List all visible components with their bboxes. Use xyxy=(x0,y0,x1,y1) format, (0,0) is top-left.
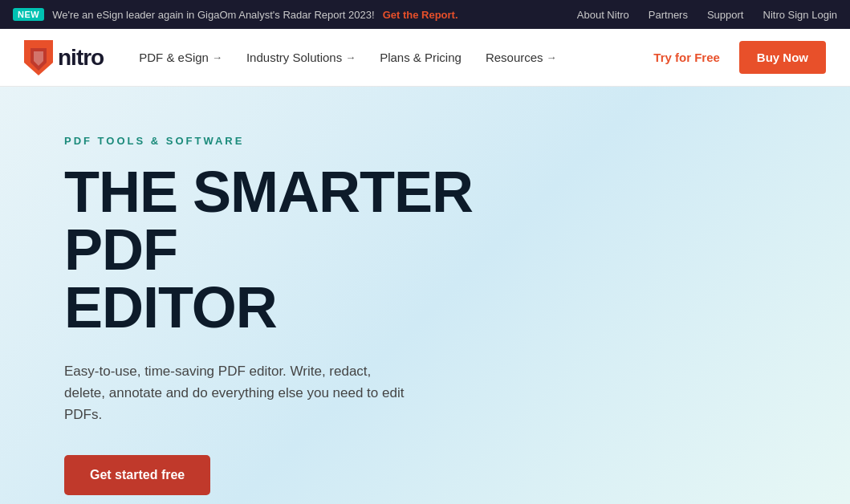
nav-item-plans[interactable]: Plans & Pricing xyxy=(370,44,471,71)
nav-item-pdf-esign[interactable]: PDF & eSign → xyxy=(129,44,232,71)
partners-link[interactable]: Partners xyxy=(649,9,688,21)
nav-left: nitro PDF & eSign → Industry Solutions →… xyxy=(24,40,567,75)
pdf-esign-arrow: → xyxy=(212,51,222,63)
support-link[interactable]: Support xyxy=(707,9,744,21)
hero-description: Easy-to-use, time-saving PDF editor. Wri… xyxy=(64,360,409,426)
main-nav: nitro PDF & eSign → Industry Solutions →… xyxy=(0,29,850,87)
new-badge: NEW xyxy=(13,8,44,21)
hero-section: PDF TOOLS & SOFTWARE THE SMARTER PDF EDI… xyxy=(0,87,850,504)
nav-item-resources[interactable]: Resources → xyxy=(476,44,567,71)
hero-title-line2: EDITOR xyxy=(64,275,277,339)
logo[interactable]: nitro xyxy=(24,40,104,75)
hero-title-line1: THE SMARTER PDF xyxy=(64,160,473,282)
top-bar-left: NEW We're an eSign leader again in GigaO… xyxy=(13,8,458,21)
logo-text: nitro xyxy=(58,45,104,71)
nav-item-industry[interactable]: Industry Solutions → xyxy=(237,44,365,71)
try-free-button[interactable]: Try for Free xyxy=(644,44,730,71)
top-bar: NEW We're an eSign leader again in GigaO… xyxy=(0,0,850,29)
industry-arrow: → xyxy=(345,51,356,63)
about-nitro-link[interactable]: About Nitro xyxy=(577,9,629,21)
get-report-link[interactable]: Get the Report. xyxy=(383,9,458,21)
hero-title: THE SMARTER PDF EDITOR xyxy=(64,163,482,336)
logo-icon xyxy=(24,40,53,75)
nav-links: PDF & eSign → Industry Solutions → Plans… xyxy=(129,44,566,71)
get-started-button[interactable]: Get started free xyxy=(64,455,210,495)
top-bar-right: About Nitro Partners Support Nitro Sign … xyxy=(577,9,837,21)
buy-now-button[interactable]: Buy Now xyxy=(739,41,826,74)
top-bar-message: We're an eSign leader again in GigaOm An… xyxy=(52,9,374,21)
hero-tag: PDF TOOLS & SOFTWARE xyxy=(64,135,802,147)
nav-right: Try for Free Buy Now xyxy=(644,41,826,74)
resources-arrow: → xyxy=(547,51,557,63)
sign-login-link[interactable]: Nitro Sign Login xyxy=(763,9,838,21)
